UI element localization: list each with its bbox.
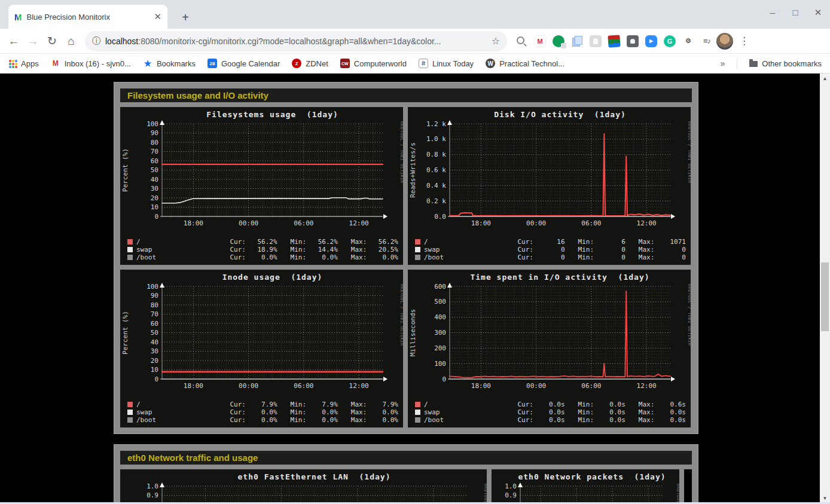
browser-toolbar: ← → ↻ ⌂ ⓘ localhost:8080/monitorix-cgi/m…: [0, 29, 830, 54]
svg-text:Percent (%): Percent (%): [121, 311, 129, 355]
chart-eth0-lan[interactable]: 0.00.10.20.30.40.50.60.70.80.91.018:0000…: [120, 469, 487, 503]
legend-series-name: swap: [424, 408, 517, 416]
page-content: Filesystem usage and I/O activity 010203…: [0, 74, 830, 503]
bookmark-label: Linux Today: [432, 59, 474, 68]
copy-icon[interactable]: [571, 35, 583, 47]
legend-series-name: /: [424, 238, 517, 246]
voice-icon[interactable]: [553, 35, 564, 47]
extension-icons: M▶G⚙≡♪: [515, 35, 713, 47]
bookmarks-overflow-icon[interactable]: »: [721, 59, 725, 68]
tab-close-icon[interactable]: ✕: [154, 11, 161, 22]
extensions-icon[interactable]: ⚙: [682, 35, 694, 47]
apps-shortcut[interactable]: Apps: [8, 59, 39, 68]
window-minimize-button[interactable]: –: [768, 7, 777, 18]
home-button[interactable]: ⌂: [63, 33, 79, 49]
svg-text:00:00: 00:00: [239, 382, 258, 390]
browser-tab[interactable]: M Blue Precision Monitorix ✕: [8, 5, 167, 29]
filesystems-usage-legend: /Cur:56.2%Min:56.2%Max:56.2%swapCur:18.9…: [120, 238, 403, 265]
time-io-graph[interactable]: 010020030040050060018:0000:0006:0012:00T…: [408, 270, 691, 401]
window-close-button[interactable]: ✕: [813, 7, 823, 18]
bookmark-item[interactable]: WPractical Technol...: [486, 59, 564, 68]
legend-row: swapCur:18.9%Min:14.4%Max:20.5%: [127, 246, 398, 253]
chart-disk-io[interactable]: 0.00.2 k0.4 k0.6 k0.8 k1.0 k1.2 k18:0000…: [408, 107, 691, 265]
svg-text:60: 60: [151, 157, 158, 165]
legend-series-name: /: [136, 401, 230, 408]
page-info-icon[interactable]: ⓘ: [92, 36, 100, 47]
legend-series-name: /: [136, 238, 230, 246]
wp-bm: W: [486, 59, 495, 68]
disk-io-graph[interactable]: 0.00.2 k0.4 k0.6 k0.8 k1.0 k1.2 k18:0000…: [408, 107, 691, 238]
bookmark-item[interactable]: MInbox (16) - sjvn0...: [51, 59, 131, 68]
recorder-icon[interactable]: [590, 35, 602, 47]
books-icon[interactable]: [608, 35, 620, 47]
legend-row: swapCur:0.0%Min:0.0%Max:0.0%: [127, 408, 398, 416]
bookmark-item[interactable]: ltLinux Today: [419, 59, 474, 68]
grammarly-icon[interactable]: G: [664, 35, 676, 47]
profile-avatar[interactable]: [716, 33, 733, 50]
scrollbar-thumb[interactable]: [821, 262, 829, 331]
legend-row: swapCur:0.0sMin:0.0sMax:0.0s: [415, 408, 686, 416]
browser-menu-icon[interactable]: ⋮: [737, 35, 752, 47]
eth0-lan-graph[interactable]: 0.00.10.20.30.40.50.60.70.80.91.018:0000…: [120, 469, 487, 503]
svg-text:0: 0: [154, 213, 158, 221]
svg-text:18:00: 18:00: [184, 382, 203, 390]
svg-text:RRDTOOL / TOBI OETIKER: RRDTOOL / TOBI OETIKER: [399, 121, 403, 184]
other-bookmarks[interactable]: Other bookmarks: [749, 59, 822, 68]
svg-text:00:00: 00:00: [239, 219, 258, 227]
svg-text:0.9: 0.9: [147, 491, 158, 499]
legend-swatch: [415, 417, 420, 423]
gmail-bm: M: [51, 59, 60, 68]
svg-text:600: 600: [434, 283, 446, 291]
section-title-network: eth0 Network traffic and usage: [120, 451, 692, 465]
url-text[interactable]: localhost:8080/monitorix-cgi/monitorix.c…: [105, 36, 487, 46]
chart-filesystems-usage[interactable]: 010203040506070809010018:0000:0006:0012:…: [120, 107, 403, 265]
bookmark-star-icon[interactable]: ☆: [492, 35, 500, 47]
zoom-icon[interactable]: ▶: [645, 35, 657, 47]
page-scrollbar[interactable]: ▲ ▼: [820, 74, 830, 503]
svg-text:eth0 Network packets (1day): eth0 Network packets (1day): [518, 472, 666, 481]
svg-text:1.0: 1.0: [147, 482, 158, 490]
bookmark-label: Bookmarks: [157, 59, 196, 68]
legend-series-name: swap: [136, 408, 230, 416]
address-bar[interactable]: ⓘ localhost:8080/monitorix-cgi/monitorix…: [85, 31, 507, 51]
svg-text:300: 300: [434, 329, 446, 337]
svg-text:80: 80: [151, 301, 158, 309]
keep-icon[interactable]: [627, 35, 639, 47]
search-icon[interactable]: [515, 35, 527, 47]
bookmark-label: Computerworld: [354, 59, 407, 68]
legend-swatch: [415, 410, 420, 415]
svg-text:500: 500: [434, 298, 446, 306]
reload-button[interactable]: ↻: [44, 33, 60, 49]
svg-text:00:00: 00:00: [526, 219, 546, 227]
gmail-icon[interactable]: M: [534, 35, 546, 47]
bookmark-label: Google Calendar: [221, 59, 280, 68]
svg-text:RRDTOOL / TOBI OETIKER: RRDTOOL / TOBI OETIKER: [676, 484, 679, 503]
svg-text:eth0 FastEthernet LAN (1day): eth0 FastEthernet LAN (1day): [238, 472, 391, 481]
bookmark-item[interactable]: ★Bookmarks: [143, 59, 196, 68]
window-maximize-button[interactable]: □: [791, 7, 800, 18]
svg-text:30: 30: [151, 185, 158, 193]
svg-text:80: 80: [151, 139, 158, 146]
disk-io-legend: /Cur:16Min:6Max:1071swapCur:0Min:0Max:0/…: [408, 238, 691, 265]
filesystems-usage-graph[interactable]: 010203040506070809010018:0000:0006:0012:…: [120, 107, 403, 238]
chart-time-io[interactable]: 010020030040050060018:0000:0006:0012:00T…: [408, 270, 691, 427]
inode-usage-graph[interactable]: 010203040506070809010018:0000:0006:0012:…: [120, 270, 403, 401]
svg-text:90: 90: [151, 292, 158, 300]
bookmark-label: ZDNet: [306, 59, 328, 68]
eth0-packets-graph[interactable]: 0.00.10.20.30.40.50.60.70.80.91.018:0000…: [492, 469, 679, 503]
playlist-icon[interactable]: ≡♪: [701, 35, 713, 47]
svg-text:40: 40: [151, 176, 158, 184]
new-tab-button[interactable]: +: [178, 11, 193, 25]
back-button[interactable]: ←: [6, 33, 22, 49]
chart-eth0-packets[interactable]: 0.00.10.20.30.40.50.60.70.80.91.018:0000…: [492, 469, 679, 503]
bookmark-item[interactable]: CWComputerworld: [340, 59, 407, 68]
legend-row: /Cur:56.2%Min:56.2%Max:56.2%: [127, 238, 398, 246]
legend-series-name: /boot: [424, 253, 517, 261]
svg-text:30: 30: [151, 347, 158, 355]
bookmark-item[interactable]: ZZDNet: [292, 59, 328, 68]
chart-inode-usage[interactable]: 010203040506070809010018:0000:0006:0012:…: [120, 270, 403, 427]
scroll-up-icon[interactable]: ▲: [820, 74, 830, 84]
svg-text:18:00: 18:00: [471, 219, 491, 227]
forward-button[interactable]: →: [25, 33, 41, 49]
bookmark-item[interactable]: 28Google Calendar: [208, 59, 280, 68]
